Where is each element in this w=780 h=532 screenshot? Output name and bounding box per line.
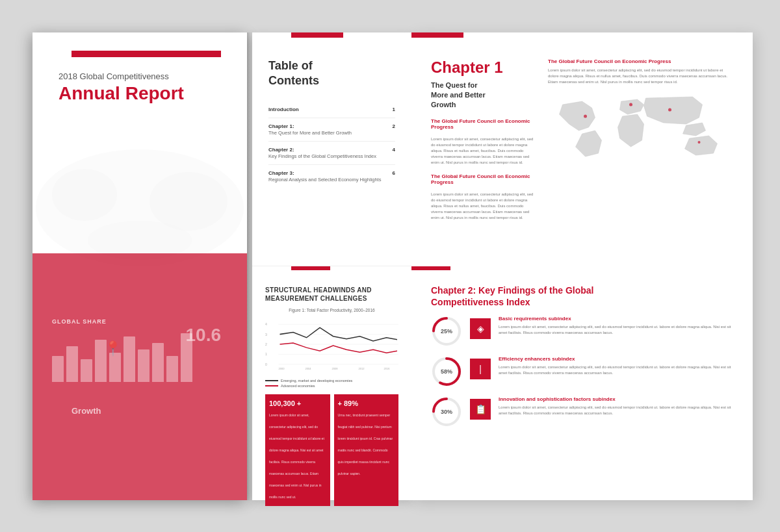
ch2-icon-2: |: [479, 364, 482, 374]
ch1-right-section-title: The Global Future Council on Economic Pr…: [548, 58, 733, 64]
cover-bar-6: [124, 336, 135, 382]
toc-item-ch1-sub: The Quest for More and Better Growth: [268, 130, 387, 136]
ch2-item-3-content: Innovation and sophistication factors su…: [499, 396, 733, 416]
ch1-right-column: The Global Future Council on Economic Pr…: [548, 52, 733, 253]
legend-emerging-label: Emerging, market and developing economie…: [281, 379, 352, 383]
ch2-pct-3: 30%: [441, 409, 452, 415]
ch2-item-2-content: Efficiency enhancers subindex Lorem ipsu…: [499, 356, 733, 376]
ch2-icon-box-1: ◈: [470, 318, 491, 339]
toc-item-ch3-sub: Regional Analysis and Selected Economy H…: [268, 177, 387, 183]
svg-point-22: [698, 141, 701, 144]
cover-bar-3: [81, 359, 92, 382]
toc-item-ch2-label: Chapter 2:: [268, 147, 387, 153]
ch1-red-accent: [411, 32, 463, 38]
stat-box-1: 100,300 + Lorem ipsum dolor sit amet, co…: [265, 394, 330, 506]
toc-red-accent: [291, 32, 343, 38]
toc-item-ch1: Chapter 1: The Quest for More and Better…: [268, 118, 395, 141]
cover-bar-2: [66, 346, 78, 382]
middle-pages: Table of Contents Introduction 1 Chapter…: [252, 32, 411, 500]
svg-point-20: [629, 103, 632, 106]
toc-item-ch3-label: Chapter 3:: [268, 170, 387, 176]
toc-item-ch1-label: Chapter 1:: [268, 123, 387, 129]
toc-title: Table of Contents: [268, 58, 395, 89]
chapter1-number: Chapter 1: [431, 58, 535, 77]
ch1-body2-text: Lorem ipsum dolor sit amet, consectetur …: [431, 192, 535, 221]
stat-box-2: + 89% Urna nec, tincidunt praesent sempe…: [334, 394, 399, 506]
ch2-circle-3: 30%: [431, 396, 462, 427]
svg-point-19: [584, 114, 587, 118]
ch2-icon-1: ◈: [477, 323, 484, 334]
ch2-pct-2: 58%: [441, 368, 452, 375]
stat-text-2: Urna nec, tincidunt praesent semper feug…: [338, 413, 393, 475]
ch2-icon-box-2: |: [470, 359, 491, 379]
ch2-circle-1: 25%: [431, 316, 462, 347]
book-spine: [247, 32, 252, 500]
ch2-item-1: 25% ◈ Basic requirements subindex Lorem …: [431, 316, 733, 347]
stats-row: 100,300 + Lorem ipsum dolor sit amet, co…: [265, 394, 398, 506]
cover-title-area: 2018 Global Competitiveness Annual Repor…: [58, 71, 234, 104]
cover-bar-7: [138, 349, 150, 382]
toc-page: Table of Contents Introduction 1 Chapter…: [252, 32, 411, 266]
svg-text:2004: 2004: [306, 366, 312, 370]
svg-text:2000: 2000: [279, 366, 285, 370]
ch1-left-column: Chapter 1 The Quest for More and Better …: [431, 52, 535, 253]
svg-text:0: 0: [265, 362, 267, 366]
cover-watermark-number: 10.6: [186, 325, 222, 346]
ch2-item-1-content: Basic requirements subindex Lorem ipsum …: [499, 316, 733, 336]
chapter2-title: Chapter 2: Key Findings of the Global Co…: [431, 285, 733, 308]
structural-title: STRUCTURAL HEADWINDS AND MEASUREMENT CHA…: [265, 286, 398, 303]
cover-bar-1: [52, 356, 64, 382]
toc-item-intro: Introduction 1: [268, 101, 395, 118]
ch2-icon-3: 📋: [475, 404, 486, 414]
svg-text:1: 1: [265, 352, 267, 356]
ch2-item-1-text: Lorem ipsum dolor sit amet, consectetur …: [499, 324, 733, 336]
world-map: [548, 92, 733, 163]
cover-chart-label: GLOBAL SHARE: [52, 318, 228, 325]
legend-emerging-line: [265, 380, 278, 381]
book-cover: 2018 Global Competitiveness Annual Repor…: [32, 32, 247, 500]
cover-red-accent: [72, 51, 221, 57]
structural-page: STRUCTURAL HEADWINDS AND MEASUREMENT CHA…: [252, 266, 411, 500]
toc-item-ch2-sub: Key Findings of the Global Competitivene…: [268, 153, 387, 159]
ch1-right-body: Lorem ipsum dolor sit amet, consectetur …: [548, 68, 733, 85]
cover-growth-label: Growth: [72, 406, 101, 416]
toc-item-intro-num: 1: [393, 107, 395, 112]
chapter2-items: 25% ◈ Basic requirements subindex Lorem …: [431, 316, 733, 427]
ch1-body1-text: Lorem ipsum dolor sit amet, consectetur …: [431, 136, 535, 166]
svg-point-1: [52, 169, 117, 221]
legend-advanced-label: Advanced economies: [281, 384, 315, 388]
svg-text:2016: 2016: [384, 366, 390, 370]
right-pages: Chapter 1 The Quest for More and Better …: [411, 32, 753, 500]
svg-text:2008: 2008: [332, 366, 339, 370]
ch2-item-2-title: Efficiency enhancers subindex: [499, 356, 733, 362]
ch2-circle-2: 58%: [431, 356, 462, 387]
cover-main-title: Annual Report: [58, 84, 234, 104]
svg-point-2: [150, 172, 228, 231]
ch2-pct-1: 25%: [441, 328, 452, 335]
ch2-item-1-title: Basic requirements subindex: [499, 316, 733, 322]
cover-bar-8: [152, 343, 164, 382]
line-chart: 4 3 2 1 0 2000 2004 2008 2012 2016: [265, 315, 398, 374]
toc-item-ch2: Chapter 2: Key Findings of the Global Co…: [268, 141, 395, 164]
chart-label: Figure 1: Total Factor Productivity, 200…: [265, 308, 398, 312]
ch2-item-3-title: Innovation and sophistication factors su…: [499, 396, 733, 402]
toc-item-ch2-num: 4: [393, 147, 395, 153]
cover-pin-icon: 📍: [104, 340, 122, 357]
svg-text:4: 4: [265, 322, 267, 326]
svg-text:2: 2: [265, 342, 267, 346]
svg-text:3: 3: [265, 332, 267, 336]
ch2-item-3-text: Lorem ipsum dolor sit amet, consectetur …: [499, 405, 733, 416]
toc-items-list: Introduction 1 Chapter 1: The Quest for …: [268, 101, 395, 188]
ch2-item-3: 30% 📋 Innovation and sophistication fact…: [431, 396, 733, 427]
chapter1-title: The Quest for More and Better Growth: [431, 81, 535, 110]
stat-number-2: + 89%: [338, 399, 395, 407]
toc-item-ch3-num: 6: [393, 170, 395, 176]
chapter1-page: Chapter 1 The Quest for More and Better …: [411, 32, 753, 266]
ch2-icon-box-3: 📋: [470, 399, 491, 420]
ch2-red-accent: [411, 266, 450, 270]
toc-item-ch3: Chapter 3: Regional Analysis and Selecte…: [268, 164, 395, 188]
ch1-section2-title: The Global Future Council on Economic Pr…: [431, 173, 535, 185]
stat-number-1: 100,300 +: [269, 399, 326, 407]
cover-subtitle: 2018 Global Competitiveness: [58, 71, 234, 81]
toc-item-intro-label: Introduction: [268, 107, 387, 112]
